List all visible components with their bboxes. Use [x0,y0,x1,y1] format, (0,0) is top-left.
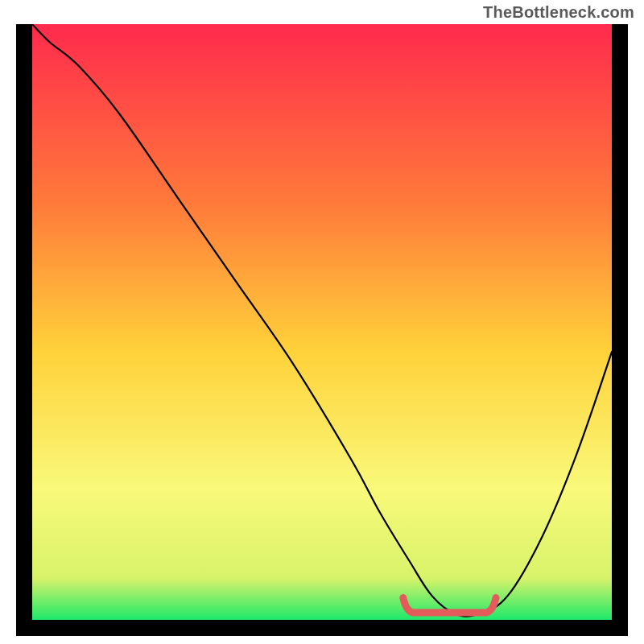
chart-frame [16,24,628,636]
plot-area [32,24,612,620]
stage: TheBottleneck.com [0,0,644,644]
optimal-marker [32,24,612,620]
watermark-text: TheBottleneck.com [483,3,634,22]
